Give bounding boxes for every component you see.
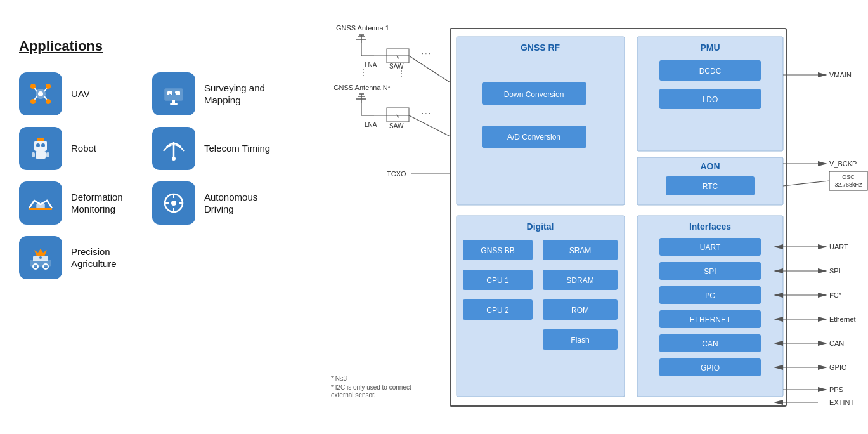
svg-marker-132 [774, 400, 783, 405]
svg-text:Ethernet: Ethernet [829, 315, 856, 323]
svg-text:VMAIN: VMAIN [829, 71, 852, 79]
svg-text:·  ·  ·: · · · [422, 110, 431, 117]
svg-marker-122 [818, 341, 827, 346]
block-diagram-svg: GNSS RF Down Conversion A/D Conversion P… [323, 0, 868, 434]
app-item-uav: UAV [19, 72, 146, 115]
svg-point-24 [172, 157, 176, 161]
down-conversion-label: Down Conversion [504, 90, 564, 99]
can-label: CAN [702, 339, 718, 348]
i2c-label: I²C [705, 291, 715, 300]
svg-text:* N≤3: * N≤3 [331, 375, 347, 382]
svg-rect-26 [29, 208, 52, 210]
ethernet-label: ETHERNET [690, 315, 731, 324]
svg-text:SAW: SAW [389, 63, 404, 70]
svg-text:GNSS Antenna N*: GNSS Antenna N* [334, 84, 391, 91]
cpu1-label: CPU 1 [486, 276, 509, 285]
svg-marker-114 [818, 293, 827, 298]
svg-text:·  ·  ·: · · · [422, 50, 431, 57]
uav-label: UAV [71, 88, 90, 100]
spi-label: SPI [704, 267, 716, 276]
svg-point-7 [46, 84, 51, 89]
telecom-label: Telecom Timing [204, 142, 270, 155]
telecom-icon [152, 127, 195, 170]
flash-label: Flash [571, 336, 589, 345]
svg-point-18 [41, 143, 45, 147]
app-item-surveying: RTK Surveying andMapping [152, 72, 298, 115]
uart-label: UART [700, 243, 721, 252]
sdram-label: SDRAM [566, 276, 593, 285]
app-item-robot: Robot [19, 127, 146, 170]
svg-text:SAW: SAW [389, 122, 404, 129]
svg-point-17 [36, 143, 40, 147]
svg-text:∿: ∿ [395, 54, 400, 60]
applications-panel: Applications UAV [19, 38, 317, 279]
svg-marker-126 [818, 365, 827, 370]
app-item-deformation: DeformationMonitoring [19, 181, 146, 225]
svg-point-1 [38, 91, 43, 96]
svg-text:32.768kHz: 32.768kHz [834, 181, 862, 188]
uav-icon [19, 72, 62, 115]
precision-icon [19, 236, 62, 279]
svg-text:UART: UART [829, 243, 848, 251]
ldo-label: LDO [703, 95, 718, 104]
app-item-autonomous: AutonomousDriving [152, 181, 298, 225]
svg-text:V_BCKP: V_BCKP [829, 160, 857, 168]
pmu-title: PMU [700, 43, 720, 53]
svg-text:∿: ∿ [395, 113, 400, 119]
svg-text:GPIO: GPIO [829, 364, 847, 371]
svg-rect-20 [32, 152, 35, 157]
rtc-label: RTC [703, 182, 718, 191]
svg-text:CAN: CAN [829, 339, 844, 347]
app-grid: UAV RTK Surveying andMapping [19, 72, 317, 279]
svg-text:⋮: ⋮ [360, 68, 367, 77]
svg-rect-39 [457, 37, 625, 205]
svg-point-8 [30, 99, 36, 104]
svg-text:OSC: OSC [842, 174, 855, 180]
svg-marker-106 [818, 244, 827, 249]
svg-text:* I2C is only used to connect: * I2C is only used to connect [331, 384, 411, 391]
svg-text:SPI: SPI [829, 267, 841, 275]
applications-title: Applications [19, 38, 317, 55]
svg-line-72 [409, 56, 450, 82]
svg-text:external sensor.: external sensor. [331, 391, 376, 398]
svg-rect-14 [172, 100, 175, 103]
svg-rect-15 [170, 103, 178, 105]
svg-line-103 [783, 181, 829, 186]
autonomous-icon [152, 181, 195, 225]
app-item-precision: PrecisionAgriculture [19, 236, 146, 279]
autonomous-label: AutonomousDriving [204, 191, 257, 216]
svg-text:RTK: RTK [169, 92, 177, 96]
rom-label: ROM [571, 306, 589, 315]
svg-rect-19 [36, 151, 46, 159]
svg-point-6 [30, 84, 36, 89]
svg-marker-118 [818, 317, 827, 322]
svg-point-28 [171, 201, 176, 206]
interfaces-title: Interfaces [689, 221, 731, 232]
antenna1-label: GNSS Antenna 1 [336, 24, 389, 32]
svg-text:⋮: ⋮ [398, 69, 405, 78]
robot-label: Robot [71, 142, 96, 155]
diagram-area: GNSS RF Down Conversion A/D Conversion P… [323, 0, 868, 434]
sram-label: SRAM [569, 246, 592, 255]
gpio-label: GPIO [701, 364, 720, 372]
svg-point-9 [46, 99, 51, 104]
svg-text:LNA: LNA [365, 121, 377, 128]
svg-marker-95 [818, 72, 827, 77]
aon-title: AON [700, 161, 720, 171]
ad-conversion-label: A/D Conversion [507, 133, 560, 141]
svg-text:TCXO: TCXO [387, 170, 406, 178]
digital-title: Digital [527, 221, 554, 232]
svg-text:PPS: PPS [829, 386, 843, 393]
svg-marker-110 [818, 268, 827, 273]
precision-label: PrecisionAgriculture [71, 246, 117, 270]
svg-rect-16 [34, 141, 47, 151]
deformation-label: DeformationMonitoring [71, 191, 123, 216]
robot-icon [19, 127, 62, 170]
surveying-label: Surveying andMapping [204, 82, 265, 107]
svg-point-37 [39, 256, 42, 259]
svg-marker-129 [818, 387, 827, 392]
app-item-telecom: Telecom Timing [152, 127, 298, 170]
svg-text:I²C*: I²C* [829, 291, 842, 299]
dcdc-label: DCDC [699, 67, 722, 76]
svg-rect-21 [46, 152, 49, 157]
